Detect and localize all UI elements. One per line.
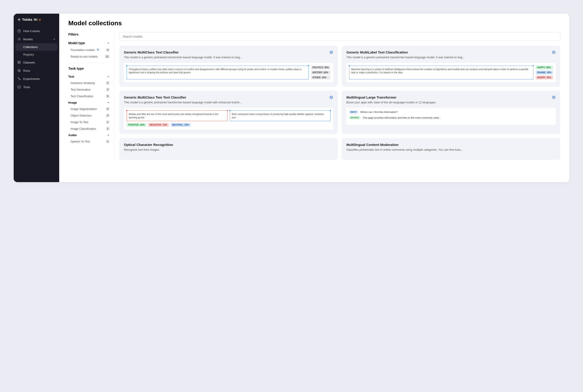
nav-label: Models [23,38,33,41]
model-card-multilingual-transformer[interactable]: Multilingual Large Transformer Boost you… [342,91,560,134]
experiments-icon [17,77,21,80]
tag: ANGRY: 30% [536,76,553,80]
nav-label: Runs [23,69,30,72]
app-window: Toloka ML β How it works Models Collecti… [14,14,569,182]
card-preview: INPUT Where can I find this information?… [346,108,556,125]
svg-line-7 [18,20,19,21]
card-desc: Boost your apps with state-of-the-art la… [346,100,556,105]
filter-text-group[interactable]: Text [68,74,110,80]
nav-registry[interactable]: Registry [14,51,59,58]
main-content: Model collections Filters Model type Fou… [59,14,569,182]
card-title: Generic MultiClass Two Text Classifier [124,96,186,99]
card-title: Generic MultiClass Text Classifier [124,50,179,54]
filter-image-segmentation[interactable]: Image Segmentation0 [68,106,110,112]
help-icon [17,29,21,33]
card-title: Generic MultiLabel Text Classification [346,50,408,54]
filter-task-type-heading: Task type [68,66,110,70]
nav-collections[interactable]: Collections [16,43,57,51]
filter-foundation-models[interactable]: Foundation models 4 [68,47,110,53]
nav-datasets[interactable]: Datasets [14,58,59,66]
card-title: Optical Character Recognition [124,143,173,146]
svg-line-8 [20,18,20,19]
nav-label: Experiments [23,77,40,80]
page-title: Model collections [68,20,560,27]
model-card-two-text[interactable]: Generic MultiClass Two Text Classifier T… [119,91,338,134]
count-badge: 13 [105,55,110,58]
card-preview: Adidas and Nike are two of the most well… [124,108,333,130]
cube-icon [552,50,556,54]
divider [68,63,110,63]
nav-experiments[interactable]: Experiments [14,75,59,83]
model-card-multiclass-text[interactable]: Generic MultiClass Text Classifier This … [119,46,338,87]
input-text: Where can I find this information? [360,110,398,114]
filter-ready-models[interactable]: Ready-to-use models 13 [68,53,110,60]
model-card-multilabel-text[interactable]: Generic MultiLabel Text Classification T… [342,46,560,87]
ml-badge: ML [33,18,38,21]
card-preview: Machine learning is a subset of artifici… [346,63,556,82]
model-card-content-moderation[interactable]: Multilingual Content Moderation Classifi… [342,138,560,160]
tag: HAPPY: 90% [536,66,553,70]
runs-icon [17,69,21,72]
beta-badge: β [39,18,41,21]
cube-icon [329,50,333,54]
svg-line-6 [20,20,20,21]
tools-icon [17,85,21,89]
chevron-up-icon [107,101,110,104]
chevron-up-icon [53,38,56,40]
filter-image-to-text[interactable]: Image To Text1 [68,119,110,126]
output-text: This page provides information and links… [363,116,441,120]
tag: HISTORY: 60% [311,70,330,74]
filter-speech-to-text[interactable]: Speech To Text1 [68,138,110,145]
brand-logo[interactable]: Toloka ML β [14,18,59,27]
nav-how-it-works[interactable]: How it works [14,27,59,35]
card-desc: This model is a generic pretrained trans… [346,56,556,60]
filter-text-generation[interactable]: Text Generation3 [68,86,110,93]
filter-audio-group[interactable]: Audio [68,132,110,138]
nav-models[interactable]: Models [14,35,59,43]
model-card-ocr[interactable]: Optical Character Recognition Recognize … [119,138,338,160]
nav-runs[interactable]: Runs [14,66,59,75]
nav-label: Tools [23,85,30,89]
input-label: INPUT [349,110,358,114]
svg-line-5 [18,18,19,19]
tag: NEGATIVE: 15% [148,123,169,127]
sample-text: Machine learning is a subset of artifici… [349,66,533,80]
svg-point-11 [19,39,20,40]
filter-object-detection[interactable]: Object Detection0 [68,112,110,119]
search-input[interactable] [119,32,560,41]
sidebar: Toloka ML β How it works Models Collecti… [14,14,59,182]
nav-tools[interactable]: Tools [14,83,59,91]
filter-image-group[interactable]: Image [68,100,110,106]
svg-point-0 [19,19,20,20]
card-title: Multilingual Content Moderation [346,143,398,146]
tag: OTHER: 10% [311,76,330,80]
results-panel: Generic MultiClass Text Classifier This … [119,32,560,160]
filter-text-classification[interactable]: Text Classification9 [68,93,110,100]
filter-image-classification[interactable]: Image Classification2 [68,126,110,132]
filter-sentence-similarity[interactable]: Sentence Similarity2 [68,80,110,86]
card-title: Multilingual Large Transformer [346,96,396,99]
svg-rect-12 [18,61,21,64]
brand-name: Toloka [22,18,32,22]
output-label: OUTPUT [349,116,360,119]
sample-text-b: Both companies have a long history of pr… [230,110,331,121]
nav-label: How it works [23,29,40,33]
nav-label: Datasets [23,61,35,64]
sample-text: Throughout history, politics has often b… [127,66,309,80]
card-desc: This model is a generic pretrained trans… [124,100,333,105]
filters-panel: Filters Model type Foundation models 4 R… [68,32,114,160]
chevron-up-icon [107,42,110,44]
count-badge: 4 [106,48,110,52]
tag: SHAME: 30% [536,70,553,74]
card-desc: Recognize text from images. [124,148,333,152]
card-desc: Classifies problematic text in online co… [346,148,556,152]
svg-line-18 [19,78,20,79]
cube-icon [329,96,333,99]
tag: POLITICS: 30% [311,66,330,70]
card-desc: This model is a generic pretrained trans… [124,56,333,60]
toloka-logo-icon [17,18,21,22]
chevron-up-icon [107,134,110,136]
gear-icon [17,37,21,41]
filter-model-type[interactable]: Model type [68,40,110,47]
datasets-icon [17,60,21,64]
